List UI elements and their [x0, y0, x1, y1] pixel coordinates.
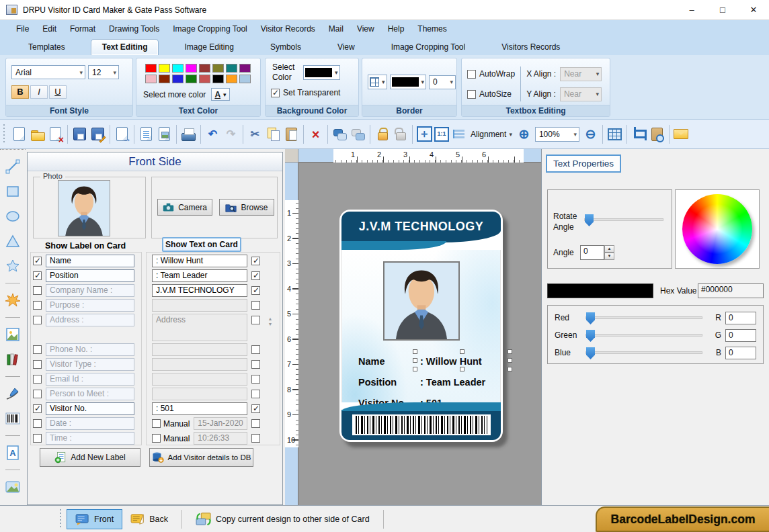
- checkbox[interactable]: [251, 390, 260, 398]
- label-field[interactable]: Time :: [46, 432, 134, 445]
- border-style-select[interactable]: [368, 75, 387, 89]
- label-field[interactable]: Email Id :: [46, 373, 134, 386]
- color-swatch[interactable]: [239, 64, 251, 73]
- italic-button[interactable]: I: [30, 85, 48, 99]
- tab-visitors-records[interactable]: Visitors Records: [491, 40, 571, 55]
- front-side-button[interactable]: Front: [67, 509, 122, 529]
- toolbar-grip[interactable]: [3, 124, 6, 144]
- label-field[interactable]: Visitor Type :: [46, 358, 134, 371]
- green-slider-thumb[interactable]: [586, 330, 595, 342]
- delete-document-icon[interactable]: [47, 125, 64, 144]
- bottombar-grip[interactable]: [59, 509, 63, 529]
- angle-input[interactable]: 0: [580, 245, 604, 260]
- records-icon[interactable]: [649, 125, 665, 144]
- checkbox[interactable]: [251, 404, 260, 413]
- tab-templates[interactable]: Templates: [17, 40, 76, 55]
- checkbox[interactable]: [251, 286, 260, 295]
- close-icon[interactable]: ✕: [738, 0, 769, 19]
- picture-tool[interactable]: [4, 478, 22, 496]
- color-swatch[interactable]: [145, 75, 157, 83]
- color-swatch[interactable]: [145, 64, 157, 73]
- card-photo[interactable]: [383, 261, 460, 341]
- lock-icon[interactable]: [374, 125, 391, 144]
- color-swatch[interactable]: [226, 75, 237, 83]
- minimize-icon[interactable]: –: [676, 0, 707, 19]
- wordart-tool[interactable]: A: [4, 444, 22, 461]
- unlock-icon[interactable]: [392, 125, 409, 144]
- y-align-select[interactable]: Near: [560, 87, 602, 101]
- blue-input[interactable]: 0: [725, 347, 756, 359]
- hex-value-input[interactable]: #000000: [698, 283, 764, 298]
- color-swatch[interactable]: [239, 75, 251, 83]
- border-width-select[interactable]: 0: [429, 75, 456, 89]
- checkbox[interactable]: [251, 375, 260, 384]
- color-swatch[interactable]: [226, 64, 237, 73]
- selection-handle[interactable]: [413, 367, 417, 371]
- font-size-select[interactable]: 12: [88, 65, 119, 79]
- checkbox[interactable]: [33, 316, 42, 324]
- card-field-value[interactable]: : Team Leader: [420, 377, 485, 388]
- checkbox[interactable]: [251, 419, 260, 428]
- line-tool[interactable]: [4, 158, 22, 175]
- value-field[interactable]: 10:26:33: [194, 432, 247, 445]
- checkbox[interactable]: [33, 286, 42, 295]
- color-swatch[interactable]: [199, 64, 210, 73]
- new-document-icon[interactable]: [11, 125, 28, 144]
- camera-button[interactable]: Camera: [157, 199, 212, 216]
- save-as-icon[interactable]: [89, 125, 106, 144]
- textarea-spinner[interactable]: ▲▼: [266, 316, 274, 327]
- menu-mail[interactable]: Mail: [322, 24, 350, 34]
- red-slider-thumb[interactable]: [586, 312, 595, 324]
- color-swatch[interactable]: [159, 75, 170, 83]
- redo-icon[interactable]: ↷: [222, 125, 239, 144]
- tab-text-editing[interactable]: Text Editing: [91, 39, 159, 55]
- email-icon[interactable]: [673, 125, 690, 144]
- label-field[interactable]: Purpose :: [46, 299, 134, 312]
- label-field[interactable]: Name: [46, 255, 134, 267]
- checkbox[interactable]: [33, 360, 42, 369]
- blue-slider[interactable]: [585, 351, 702, 354]
- copy-icon[interactable]: [265, 125, 282, 144]
- checkbox[interactable]: [33, 375, 42, 384]
- add-new-label-button[interactable]: Add New Label: [40, 448, 140, 467]
- star-tool[interactable]: [4, 257, 22, 275]
- checkbox[interactable]: [251, 434, 260, 443]
- checkbox[interactable]: [152, 419, 161, 428]
- checkbox[interactable]: [152, 434, 161, 443]
- color-swatch[interactable]: [212, 64, 224, 73]
- label-field[interactable]: Company Name :: [46, 284, 134, 297]
- ellipse-tool[interactable]: [4, 208, 22, 225]
- open-folder-icon[interactable]: [29, 125, 46, 144]
- zoom-in-icon[interactable]: ⊕: [516, 125, 532, 144]
- show-text-on-card-button[interactable]: Show Text on Card: [162, 237, 241, 252]
- label-field[interactable]: Position: [46, 269, 134, 282]
- copy-design-button[interactable]: Copy current design to other side of Car…: [188, 509, 378, 529]
- selection-handle[interactable]: [413, 358, 417, 363]
- selection-handle[interactable]: [460, 349, 464, 354]
- menu-view[interactable]: View: [350, 24, 381, 34]
- barcode-tool[interactable]: [4, 410, 22, 427]
- card-field-row[interactable]: Name: Willow Hunt: [358, 351, 493, 371]
- checkbox[interactable]: [251, 271, 260, 280]
- color-swatch[interactable]: [186, 64, 197, 73]
- red-input[interactable]: 0: [725, 312, 756, 324]
- starburst-tool[interactable]: [4, 292, 22, 309]
- select-more-color-label[interactable]: Select more color: [143, 90, 206, 99]
- tab-image-editing[interactable]: Image Editing: [173, 40, 244, 55]
- menu-themes[interactable]: Themes: [411, 24, 453, 34]
- label-field[interactable]: Phone No. :: [46, 343, 134, 356]
- checkbox[interactable]: [33, 345, 42, 354]
- value-field[interactable]: : 501: [152, 402, 247, 415]
- value-field[interactable]: : Team Leader: [152, 269, 247, 282]
- add-visitor-db-button[interactable]: Add Visitor details to DB: [149, 448, 253, 467]
- value-field[interactable]: Address: [152, 314, 247, 341]
- font-color-button[interactable]: A: [211, 88, 229, 101]
- zoom-level-select[interactable]: 100%: [535, 127, 579, 142]
- text-page-icon[interactable]: [138, 125, 155, 144]
- value-field[interactable]: [152, 358, 247, 371]
- library-tool[interactable]: [4, 351, 22, 368]
- selection-handle[interactable]: [460, 367, 464, 371]
- label-field[interactable]: Visitor No.: [46, 402, 134, 415]
- checkbox[interactable]: [33, 390, 42, 398]
- triangle-tool[interactable]: [4, 232, 22, 250]
